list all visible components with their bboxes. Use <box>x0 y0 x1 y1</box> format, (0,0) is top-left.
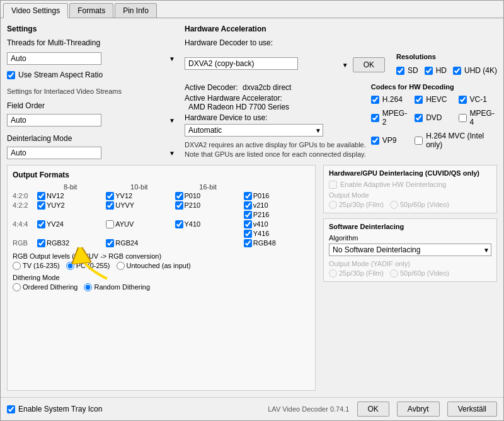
enable-adaptive-row: Enable Adaptive HW Deinterlacing <box>329 181 491 189</box>
deinterlacing-mode-select[interactable]: Auto <box>7 147 101 159</box>
stream-aspect-checkbox[interactable] <box>7 71 15 79</box>
field-order-select-wrapper[interactable]: Auto ▼ <box>7 114 177 126</box>
threads-select-wrapper[interactable]: Auto ▼ <box>7 52 177 65</box>
codec-hevc-checkbox[interactable] <box>415 96 423 104</box>
stream-aspect-label: Use Stream Aspect Ratio <box>18 70 103 79</box>
res-hd-label: HD <box>436 66 447 75</box>
ok-button[interactable]: OK <box>357 401 389 417</box>
tab-pin-info[interactable]: Pin Info <box>115 3 157 18</box>
row-422-label: 4:2:2 <box>13 201 35 209</box>
fmt-rgb24-label: RGB24 <box>115 239 138 247</box>
system-tray-checkbox[interactable] <box>7 405 15 413</box>
hw-ok-button[interactable]: OK <box>353 57 385 72</box>
hw-25-30-radio[interactable] <box>329 201 337 209</box>
res-uhd-checkbox[interactable] <box>453 67 461 75</box>
fmt-v410-checkbox[interactable] <box>244 220 252 228</box>
codec-h264mvc-checkbox[interactable] <box>415 137 423 145</box>
fmt-y410-label: Y410 <box>185 220 201 228</box>
fmt-rgb24-checkbox[interactable] <box>106 239 114 247</box>
codec-vc1-checkbox[interactable] <box>459 96 467 104</box>
codec-h264mvc-row: H.264 MVC (Intel only) <box>415 132 497 149</box>
hw-decoder-label: Hardware Decoder to use: <box>185 38 497 47</box>
codec-h264-label: H.264 <box>382 95 403 104</box>
deinterlacing-mode-select-wrapper[interactable]: Auto ▼ <box>7 147 177 159</box>
hw-device-select-wrapper[interactable]: Automatic ▼ <box>185 124 323 137</box>
hw-device-select[interactable]: Automatic <box>185 124 323 137</box>
fmt-p010-label: P010 <box>185 192 201 199</box>
codec-h264-checkbox[interactable] <box>371 96 379 104</box>
fmt-ayuv-checkbox[interactable] <box>106 220 114 228</box>
hw-deinterlace-section: Hardware/GPU Deinterlacing (CUVID/QS onl… <box>323 165 497 213</box>
pc-radio[interactable] <box>66 262 74 270</box>
hw-50-60-radio[interactable] <box>390 201 398 209</box>
res-hd-checkbox[interactable] <box>425 67 433 75</box>
cancel-button[interactable]: Avbryt <box>397 401 440 417</box>
res-uhd-row: UHD (4K) <box>453 66 497 75</box>
fmt-y410-checkbox[interactable] <box>175 220 183 228</box>
codecs-title: Codecs for HW Decoding <box>371 83 497 91</box>
hw-title: Hardware Acceleration <box>185 25 497 33</box>
fmt-p210-label: P210 <box>185 201 201 209</box>
codec-hevc-row: HEVC <box>415 95 453 104</box>
fmt-nv12-checkbox[interactable] <box>37 192 45 200</box>
rgb-levels-radio-row: TV (16-235) PC (0-255) Untouched (as inp… <box>13 262 310 270</box>
res-uhd-label: UHD (4K) <box>464 66 497 75</box>
fmt-rgb48-checkbox[interactable] <box>244 239 252 247</box>
footer-right-group: LAV Video Decoder 0.74.1 OK Avbryt Verks… <box>268 401 497 417</box>
pc-label: PC (0-255) <box>76 262 110 269</box>
fmt-p016: P016 <box>244 192 310 200</box>
tv-radio[interactable] <box>13 262 21 270</box>
res-sd-checkbox[interactable] <box>396 67 404 75</box>
fmt-p016-checkbox[interactable] <box>244 192 252 200</box>
algorithm-select[interactable]: No Software Deinterlacing <box>329 244 491 256</box>
fmt-yv24-checkbox[interactable] <box>37 220 45 228</box>
hw-decoder-select[interactable]: DXVA2 (copy-back) <box>185 57 298 70</box>
codec-mpeg4-checkbox[interactable] <box>459 114 467 122</box>
res-sd-row: SD <box>396 66 418 75</box>
untouched-radio[interactable] <box>117 262 125 270</box>
interlaced-title: Settings for Interlaced Video Streams <box>7 87 177 95</box>
untouched-label: Untouched (as input) <box>127 262 191 269</box>
tab-video-settings[interactable]: Video Settings <box>3 3 68 18</box>
fmt-p210-checkbox[interactable] <box>175 201 183 210</box>
ordered-dithering-radio[interactable] <box>13 283 21 291</box>
sw-50-60-radio[interactable] <box>390 269 398 278</box>
fmt-yv12-checkbox[interactable] <box>106 192 114 200</box>
enable-adaptive-checkbox[interactable] <box>329 181 337 189</box>
codec-vp9-label: VP9 <box>382 136 397 145</box>
codec-dvd-label: DVD <box>426 113 442 122</box>
codec-dvd-checkbox[interactable] <box>415 114 423 122</box>
tab-formats[interactable]: Formats <box>69 3 113 18</box>
hw-decoder-select-wrapper[interactable]: DXVA2 (copy-back) ▼ <box>185 57 350 72</box>
apply-button[interactable]: Verkställ <box>447 401 497 417</box>
fmt-yv12: YV12 <box>106 192 172 200</box>
fmt-rgb48: RGB48 <box>244 239 310 247</box>
codec-vp9-checkbox[interactable] <box>371 137 379 145</box>
active-decoder-row: Active Decoder: dxva2cb direct <box>185 83 366 92</box>
dithering-section: Dithering Mode Ordered Dithering Random … <box>13 274 310 291</box>
threads-select[interactable]: Auto <box>7 52 101 65</box>
threads-select-arrow: ▼ <box>169 55 175 62</box>
random-dithering-radio[interactable] <box>84 283 92 291</box>
fmt-uyvy-checkbox[interactable] <box>106 201 114 210</box>
fmt-y416-checkbox[interactable] <box>244 230 252 238</box>
codec-mpeg2-checkbox[interactable] <box>371 114 379 122</box>
fmt-v210-checkbox[interactable] <box>244 201 252 210</box>
fmt-p016-label: P016 <box>253 192 270 199</box>
fmt-p216-checkbox[interactable] <box>244 211 252 219</box>
header-8bit: 8-bit <box>37 183 103 191</box>
threads-label: Threads for Multi-Threading <box>7 38 177 47</box>
hw-25-30-item: 25p/30p (Film) <box>329 201 384 209</box>
field-order-select[interactable]: Auto <box>7 114 101 126</box>
hw-output-mode-radios: 25p/30p (Film) 50p/60p (Video) <box>329 201 491 209</box>
algorithm-select-wrapper[interactable]: No Software Deinterlacing ▼ <box>329 244 491 256</box>
fmt-yuy2: YUY2 <box>37 201 103 210</box>
fmt-rgb32-checkbox[interactable] <box>37 239 45 247</box>
header-10bit: 10-bit <box>106 183 172 191</box>
fmt-yv24: YV24 <box>37 220 103 228</box>
fmt-p010-checkbox[interactable] <box>175 192 183 200</box>
output-formats-panel: Output Formats 8-bit 10-bit 16-bit 4:2:0… <box>7 165 316 391</box>
sw-25-30-radio[interactable] <box>329 269 337 278</box>
fmt-yuy2-checkbox[interactable] <box>37 201 45 210</box>
random-dithering-label: Random Dithering <box>94 283 150 291</box>
